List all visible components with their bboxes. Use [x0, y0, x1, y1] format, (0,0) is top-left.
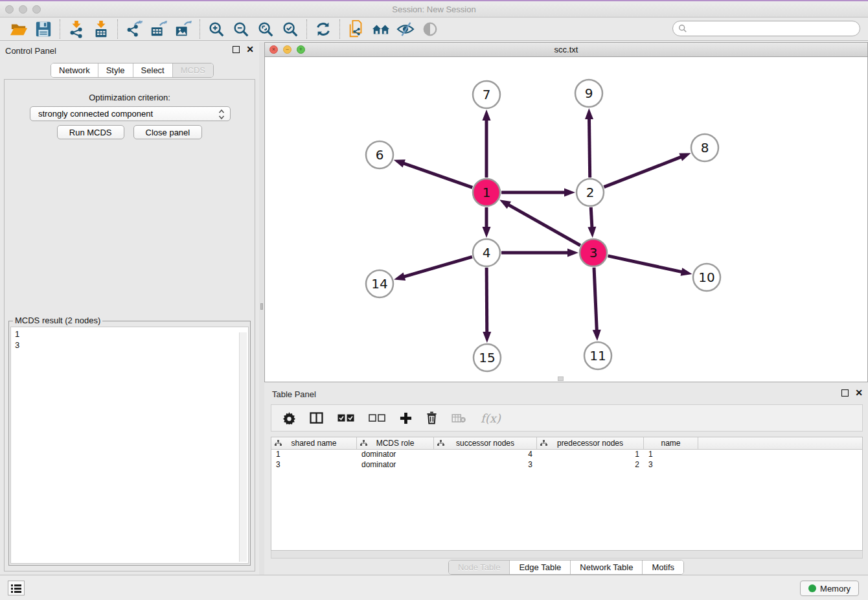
optimization-criterion-select[interactable]: strongly connected component — [30, 106, 231, 121]
table-cell[interactable]: 1 — [271, 450, 357, 460]
graph-edge-arrow — [585, 108, 593, 119]
tab-mcds[interactable]: MCDS — [173, 63, 213, 77]
graph-edge-3-11[interactable] — [594, 268, 597, 332]
toolbar-separator — [117, 19, 118, 39]
network-window-titlebar[interactable]: × − + scc.txt — [265, 43, 867, 57]
table-cell[interactable]: 3 — [271, 460, 357, 470]
trash-icon — [426, 411, 437, 424]
result-scrollbar[interactable] — [239, 332, 247, 562]
table-cell[interactable]: 1 — [644, 450, 698, 460]
graph-edge-arrow — [681, 268, 692, 276]
import-network-button[interactable] — [64, 19, 89, 40]
tab-network-table[interactable]: Network Table — [571, 560, 643, 574]
column-header-mcds-role[interactable]: MCDS role — [357, 437, 434, 449]
column-header-successor-nodes[interactable]: successor nodes — [434, 437, 537, 449]
main-toolbar — [0, 17, 868, 41]
delete-table-icon — [451, 413, 466, 423]
close-table-panel-icon[interactable]: ✕ — [855, 389, 863, 397]
clone-network-button[interactable] — [344, 19, 369, 40]
toolbar-separator — [200, 19, 200, 39]
mcds-result-line: 1 — [15, 329, 244, 340]
eye-slash-icon — [396, 21, 415, 38]
tab-motifs[interactable]: Motifs — [643, 560, 683, 574]
add-column-button[interactable] — [400, 412, 412, 424]
zoom-out-button[interactable] — [229, 19, 253, 40]
function-builder-button[interactable]: f(x) — [481, 411, 501, 425]
zoom-fit-button[interactable] — [253, 19, 278, 40]
tab-node-table[interactable]: Node Table — [449, 560, 510, 574]
run-mcds-button[interactable]: Run MCDS — [57, 125, 124, 139]
graph-node-label: 1 — [483, 185, 491, 200]
table-cell[interactable]: dominator — [357, 450, 434, 460]
search-field[interactable] — [672, 21, 860, 36]
graph-edge-3-10[interactable] — [608, 256, 683, 272]
splitter-grip[interactable] — [260, 303, 263, 310]
close-panel-button[interactable]: Close panel — [133, 125, 203, 139]
graph-edge-2-3[interactable] — [591, 207, 592, 229]
open-session-button[interactable] — [6, 19, 31, 40]
table-panel: Table Panel ✕ — [264, 386, 868, 575]
float-panel-icon[interactable] — [233, 46, 240, 53]
graph-edge-1-6[interactable] — [402, 163, 472, 187]
table-cell[interactable]: 4 — [434, 450, 537, 460]
tab-edge-table[interactable]: Edge Table — [510, 560, 571, 574]
optimization-criterion-value: strongly connected component — [38, 109, 153, 119]
tab-style[interactable]: Style — [98, 63, 133, 77]
table-rows[interactable]: 1dominator4113dominator323 — [271, 450, 862, 470]
mcds-result-list[interactable]: 1 3 — [10, 327, 249, 564]
delete-table-button[interactable] — [451, 413, 466, 423]
mcds-result-group: MCDS result (2 nodes) 1 3 — [8, 321, 251, 566]
graph-edge-4-15[interactable] — [486, 268, 487, 334]
graph-edge-4-14[interactable] — [403, 257, 472, 277]
table-settings-button[interactable] — [283, 412, 295, 424]
table-row[interactable]: 1dominator411 — [271, 450, 862, 460]
table-cell[interactable]: 3 — [644, 460, 698, 470]
import-table-button[interactable] — [89, 19, 113, 40]
column-header-shared-name[interactable]: shared name — [271, 437, 357, 449]
tab-select[interactable]: Select — [133, 63, 173, 77]
table-tabs: Node Table Edge Table Network Table Moti… — [264, 560, 868, 575]
graph-edge-2-8[interactable] — [604, 156, 682, 187]
search-input[interactable] — [691, 24, 860, 34]
zoom-in-icon — [207, 20, 225, 38]
split-view-button[interactable] — [310, 412, 323, 424]
export-table-button[interactable] — [146, 19, 171, 40]
node-table[interactable]: shared name MCDS role successor nodes pr… — [271, 437, 863, 551]
network-window-title: scc.txt — [265, 45, 867, 54]
export-network-button[interactable] — [122, 19, 146, 40]
table-cell[interactable]: dominator — [357, 460, 434, 470]
clone-network-icon — [347, 19, 365, 39]
table-cell[interactable]: 1 — [537, 450, 644, 460]
zoom-in-button[interactable] — [204, 19, 229, 40]
save-session-button[interactable] — [31, 19, 56, 40]
export-image-button[interactable] — [171, 19, 196, 40]
table-row[interactable]: 3dominator323 — [271, 460, 862, 470]
column-header-name[interactable]: name — [644, 437, 698, 449]
table-cell[interactable]: 3 — [434, 460, 537, 470]
zoom-out-icon — [232, 20, 250, 38]
graph-edge-arrow — [593, 330, 601, 341]
float-table-panel-icon[interactable] — [841, 389, 849, 397]
select-all-columns-button[interactable] — [337, 414, 354, 422]
memory-button[interactable]: Memory — [800, 581, 859, 596]
hide-panel-button[interactable] — [393, 19, 418, 40]
network-graph[interactable]: 7968124314101511 — [265, 57, 867, 382]
close-panel-icon[interactable]: ✕ — [246, 46, 254, 53]
canvas-scrollbar-thumb[interactable] — [558, 376, 564, 381]
delete-column-button[interactable] — [426, 411, 437, 424]
show-panel-button[interactable] — [418, 19, 442, 40]
task-history-button[interactable] — [8, 581, 25, 595]
tab-network[interactable]: Network — [51, 63, 98, 77]
refresh-view-button[interactable] — [311, 19, 336, 40]
table-hscrollbar[interactable] — [271, 551, 863, 559]
graph-edge-3-1[interactable] — [507, 204, 580, 246]
network-canvas[interactable]: 7968124314101511 — [265, 57, 867, 382]
graph-node-label: 10 — [698, 270, 714, 285]
graph-edge-2-9[interactable] — [589, 117, 589, 178]
panel-splitter[interactable] — [259, 42, 264, 575]
zoom-selected-button[interactable] — [278, 19, 303, 40]
table-cell[interactable]: 2 — [537, 460, 644, 470]
unselect-all-columns-button[interactable] — [369, 414, 385, 422]
home-button[interactable] — [369, 19, 393, 40]
column-header-predecessor-nodes[interactable]: predecessor nodes — [537, 437, 644, 449]
